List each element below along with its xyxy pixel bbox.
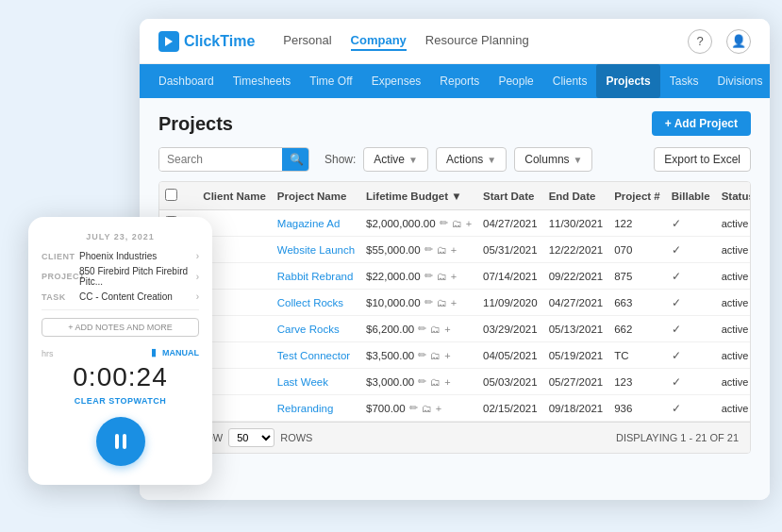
edit-icon[interactable]: ✏ bbox=[418, 375, 426, 388]
col-billable[interactable]: Billable bbox=[666, 182, 716, 210]
col-lifetime-budget[interactable]: Lifetime Budget ▼ bbox=[360, 182, 477, 210]
add-icon[interactable]: + bbox=[451, 244, 457, 256]
timer-client-value: Phoenix Industries bbox=[79, 251, 196, 261]
page-header: Projects + Add Project bbox=[158, 111, 751, 136]
add-icon[interactable]: + bbox=[444, 324, 450, 335]
col-client-name[interactable]: Client Name bbox=[197, 182, 271, 210]
row-num: 663 bbox=[608, 290, 666, 316]
add-icon[interactable]: + bbox=[436, 403, 441, 414]
edit-icon[interactable]: ✏ bbox=[418, 323, 426, 335]
top-nav-links: Personal Company Resource Planning bbox=[283, 31, 688, 51]
nav-company[interactable]: Company bbox=[351, 31, 407, 51]
nav-dashboard[interactable]: Dashboard bbox=[149, 64, 224, 98]
user-icon[interactable]: 👤 bbox=[726, 29, 751, 54]
add-notes-button[interactable]: + ADD NOTES AND MORE bbox=[42, 318, 199, 337]
timer-project-chevron[interactable]: › bbox=[196, 272, 199, 282]
actions-dropdown-caret: ▼ bbox=[487, 155, 496, 165]
edit-icon[interactable]: ✏ bbox=[424, 243, 433, 256]
row-billable: ✓ bbox=[666, 263, 716, 290]
add-icon[interactable]: + bbox=[451, 297, 457, 308]
row-num: 070 bbox=[608, 237, 666, 263]
row-project[interactable]: Carve Rocks bbox=[272, 316, 360, 342]
row-project[interactable]: Test Connector bbox=[272, 342, 360, 369]
row-project[interactable]: Rabbit Rebrand bbox=[272, 263, 360, 290]
row-status: active bbox=[716, 237, 751, 263]
col-status[interactable]: Status bbox=[716, 182, 751, 210]
columns-label: Columns bbox=[524, 153, 569, 166]
nav-people[interactable]: People bbox=[489, 64, 542, 98]
export-button[interactable]: Export to Excel bbox=[654, 147, 751, 172]
row-project[interactable]: Last Week bbox=[272, 369, 360, 395]
nav-resource-planning[interactable]: Resource Planning bbox=[425, 31, 529, 51]
timer-client-label: CLIENT bbox=[42, 252, 79, 261]
nav-projects[interactable]: Projects bbox=[596, 64, 659, 98]
folder-icon[interactable]: 🗂 bbox=[437, 271, 447, 282]
edit-icon[interactable]: ✏ bbox=[418, 349, 426, 361]
col-project-num[interactable]: Project # bbox=[608, 182, 666, 210]
timer-task-label: TASK bbox=[42, 292, 79, 302]
add-icon[interactable]: + bbox=[444, 376, 450, 388]
search-button[interactable]: 🔍 bbox=[282, 148, 309, 171]
row-project[interactable]: Collect Rocks bbox=[272, 290, 360, 316]
actions-dropdown[interactable]: Actions ▼ bbox=[436, 147, 507, 172]
logo-icon bbox=[158, 31, 179, 52]
folder-icon[interactable]: 🗂 bbox=[430, 376, 441, 388]
row-end: 05/19/2021 bbox=[543, 342, 609, 369]
timer-right: ▮ MANUAL bbox=[151, 346, 199, 358]
add-icon[interactable]: + bbox=[451, 271, 457, 282]
nav-time-off[interactable]: Time Off bbox=[300, 64, 361, 98]
edit-icon[interactable]: ✏ bbox=[424, 270, 433, 282]
columns-dropdown[interactable]: Columns ▼ bbox=[514, 147, 592, 172]
timer-task-chevron[interactable]: › bbox=[196, 291, 199, 302]
nav-personal[interactable]: Personal bbox=[283, 31, 331, 51]
search-input[interactable] bbox=[159, 148, 282, 171]
col-start-date[interactable]: Start Date bbox=[477, 182, 543, 210]
timer-left: hrs bbox=[42, 349, 54, 358]
folder-icon[interactable]: 🗂 bbox=[437, 244, 447, 256]
timer-clear-button[interactable]: CLEAR STOPWATCH bbox=[42, 396, 199, 406]
nav-reports[interactable]: Reports bbox=[430, 64, 489, 98]
folder-icon[interactable]: 🗂 bbox=[430, 350, 441, 361]
edit-icon[interactable]: ✏ bbox=[440, 217, 448, 229]
row-project[interactable]: Rebranding bbox=[272, 395, 360, 422]
nav-clients[interactable]: Clients bbox=[543, 64, 597, 98]
active-label: Active bbox=[374, 153, 405, 166]
nav-tasks[interactable]: Tasks bbox=[660, 64, 708, 98]
nav-divisions[interactable]: Divisions bbox=[707, 64, 770, 98]
row-budget: $3,000.00 ✏ 🗂 + bbox=[360, 369, 477, 395]
folder-icon[interactable]: 🗂 bbox=[422, 403, 432, 414]
row-start: 04/05/2021 bbox=[477, 342, 543, 369]
blue-nav: Dashboard Timesheets Time Off Expenses R… bbox=[140, 64, 770, 98]
show-label: Show: bbox=[324, 153, 356, 166]
timer-client-chevron[interactable]: › bbox=[196, 251, 199, 261]
table-row: › Last Week $3,000.00 ✏ 🗂 + 05/03/2021 0… bbox=[159, 369, 751, 395]
timer-task-value: CC - Content Creation bbox=[79, 291, 196, 302]
rows-select[interactable]: 50 25 100 bbox=[228, 428, 275, 447]
row-start: 04/27/2021 bbox=[477, 210, 543, 237]
top-nav-right: ? 👤 bbox=[688, 29, 751, 54]
add-icon[interactable]: + bbox=[466, 218, 472, 229]
add-project-button[interactable]: + Add Project bbox=[652, 111, 751, 136]
folder-icon[interactable]: 🗂 bbox=[452, 218, 462, 229]
timer-pause-button[interactable] bbox=[96, 417, 145, 466]
add-icon[interactable]: + bbox=[444, 350, 450, 361]
svg-marker-0 bbox=[165, 37, 173, 46]
col-end-date[interactable]: End Date bbox=[543, 182, 609, 210]
help-icon[interactable]: ? bbox=[688, 29, 712, 54]
nav-expenses[interactable]: Expenses bbox=[362, 64, 431, 98]
row-status: active bbox=[716, 263, 751, 290]
select-all-checkbox[interactable] bbox=[165, 189, 177, 201]
row-project[interactable]: Website Launch bbox=[272, 237, 360, 263]
table-row: › Carve Rocks $6,200.00 ✏ 🗂 + 03/29/2021… bbox=[159, 316, 751, 342]
nav-timesheets[interactable]: Timesheets bbox=[224, 64, 301, 98]
edit-icon[interactable]: ✏ bbox=[424, 296, 433, 308]
col-project-name[interactable]: Project Name bbox=[272, 182, 360, 210]
active-dropdown[interactable]: Active ▼ bbox=[363, 147, 428, 172]
folder-icon[interactable]: 🗂 bbox=[437, 297, 447, 308]
row-status: active bbox=[716, 342, 751, 369]
row-num: 122 bbox=[608, 210, 666, 237]
row-project[interactable]: Magazine Ad bbox=[272, 210, 360, 237]
row-start: 11/09/2020 bbox=[477, 290, 543, 316]
edit-icon[interactable]: ✏ bbox=[409, 402, 418, 414]
folder-icon[interactable]: 🗂 bbox=[430, 324, 441, 335]
